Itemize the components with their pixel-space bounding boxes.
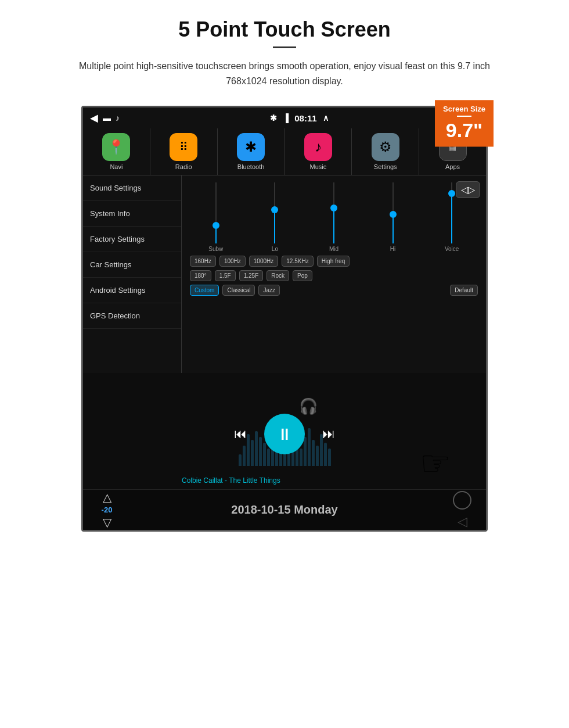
btn-pop[interactable]: Pop xyxy=(293,270,312,281)
back-arrow-icon[interactable]: ◁ xyxy=(458,514,467,529)
title-divider xyxy=(273,46,296,48)
navi-label: Navi xyxy=(110,163,123,170)
status-time: 08:11 xyxy=(294,113,316,123)
icon2: ♪ xyxy=(116,113,120,123)
nav-bluetooth[interactable]: ✱ Bluetooth xyxy=(218,128,285,175)
icon1: ▬ xyxy=(103,113,111,123)
triangle-down-icon[interactable]: ▽ xyxy=(103,515,111,529)
radio-label: Radio xyxy=(175,163,192,170)
status-bar: ◀ ▬ ♪ ✱ ▐ 08:11 ∧ xyxy=(83,107,486,128)
bluetooth-icon: ✱ xyxy=(237,133,265,161)
song-title: Colbie Caillat - The Little Things xyxy=(182,476,280,485)
eq-area: ◁▷ Subw xyxy=(182,175,486,373)
btn-high-freq[interactable]: High freq xyxy=(317,256,350,267)
circle-icon[interactable] xyxy=(453,491,471,510)
badge-size: 9.7" xyxy=(443,119,485,142)
main-area: Sound Settings System Info Factory Setti… xyxy=(83,175,486,373)
page-title: 5 Point Touch Screen xyxy=(178,17,390,42)
sidebar-item-android-settings[interactable]: Android Settings xyxy=(83,278,181,303)
prev-button[interactable]: ⏮ xyxy=(234,426,247,442)
status-left: ◀ ▬ ♪ xyxy=(90,112,120,124)
temperature-label: -20 xyxy=(102,505,113,514)
hand-icon: ☞ xyxy=(420,443,451,483)
page-description: Multiple point high-sensitive touchscree… xyxy=(75,59,494,88)
eq-slider-hi[interactable]: Hi xyxy=(367,182,419,252)
btn-classical[interactable]: Classical xyxy=(222,285,255,296)
apps-label: Apps xyxy=(445,163,460,170)
status-center: ✱ ▐ 08:11 ∧ xyxy=(120,113,479,123)
btn-custom[interactable]: Custom xyxy=(190,285,219,296)
eq-label-hi: Hi xyxy=(390,246,395,252)
btn-1000hz[interactable]: 1000Hz xyxy=(249,256,278,267)
btn-jazz[interactable]: Jazz xyxy=(258,285,280,296)
sidebar: Sound Settings System Info Factory Setti… xyxy=(83,175,182,373)
eq-label-mid: Mid xyxy=(329,246,338,252)
bottom-right: ◁ xyxy=(448,491,477,529)
settings-icon: ⚙ xyxy=(372,133,399,161)
bluetooth-status-icon: ✱ xyxy=(270,113,277,123)
btn-1-25f[interactable]: 1.25F xyxy=(239,270,264,281)
sidebar-item-sound-settings[interactable]: Sound Settings xyxy=(83,175,181,201)
back-icon[interactable]: ◀ xyxy=(90,112,98,124)
btn-160hz[interactable]: 160Hz xyxy=(190,256,216,267)
sidebar-item-factory-settings[interactable]: Factory Settings xyxy=(83,227,181,252)
radio-icon: ⠿ xyxy=(170,133,197,161)
signal-icon: ▐ xyxy=(283,113,289,123)
nav-music[interactable]: ♪ Music xyxy=(284,128,352,175)
music-icon: ♪ xyxy=(304,133,332,161)
screen-size-badge: Screen Size 9.7" xyxy=(435,100,494,146)
preset-row: Custom Classical Jazz Default xyxy=(190,285,478,296)
sidebar-item-gps-detection[interactable]: GPS Detection xyxy=(83,303,181,329)
freq-row-2: 180° 1.5F 1.25F Rock Pop xyxy=(190,270,478,281)
badge-underline xyxy=(457,116,471,117)
sidebar-item-system-info[interactable]: System Info xyxy=(83,201,181,227)
bluetooth-label: Bluetooth xyxy=(237,163,264,170)
music-label: Music xyxy=(310,163,327,170)
eq-slider-mid[interactable]: Mid xyxy=(308,182,360,252)
settings-label: Settings xyxy=(374,163,397,170)
btn-1-5f[interactable]: 1.5F xyxy=(215,270,236,281)
eq-sliders: Subw Lo xyxy=(190,182,478,252)
eq-label-voice: Voice xyxy=(445,246,459,252)
nav-navi[interactable]: 📍 Navi xyxy=(83,128,150,175)
eq-label-subw: Subw xyxy=(208,246,223,252)
nav-row: 📍 Navi ⠿ Radio ✱ Bluetooth ♪ Music ⚙ Set… xyxy=(83,128,486,175)
sidebar-item-car-settings[interactable]: Car Settings xyxy=(83,252,181,278)
btn-rock[interactable]: Rock xyxy=(267,270,289,281)
expand-icon[interactable]: ∧ xyxy=(323,113,329,123)
btn-default[interactable]: Default xyxy=(450,285,478,296)
eq-label-lo: Lo xyxy=(272,246,278,252)
eq-slider-subw[interactable]: Subw xyxy=(190,182,242,252)
nav-settings[interactable]: ⚙ Settings xyxy=(352,128,419,175)
btn-100hz[interactable]: 100Hz xyxy=(219,256,246,267)
bottom-date: 2018-10-15 Monday xyxy=(121,503,448,517)
navi-icon: 📍 xyxy=(102,133,130,161)
freq-row-1: 160Hz 100Hz 1000Hz 12.5KHz High freq xyxy=(190,256,478,267)
device-screen: ◀ ▬ ♪ ✱ ▐ 08:11 ∧ 📍 Navi ⠿ Radio xyxy=(81,106,488,532)
nav-radio[interactable]: ⠿ Radio xyxy=(150,128,218,175)
btn-12-5khz[interactable]: 12.5KHz xyxy=(282,256,313,267)
play-pause-button[interactable]: ⏸ 🎧 xyxy=(264,414,305,454)
player-area: ⏮ ⏸ 🎧 ⏭ Colbie Caillat - The Little Thin… xyxy=(83,373,486,489)
eq-slider-voice[interactable]: Voice xyxy=(426,182,478,252)
screen-wrapper: Screen Size 9.7" ◀ ▬ ♪ ✱ ▐ 08:11 ∧ 📍 Nav… xyxy=(81,106,488,532)
triangle-up-icon[interactable]: △ xyxy=(103,490,111,504)
btn-180[interactable]: 180° xyxy=(190,270,211,281)
bottom-bar: △ -20 ▽ 2018-10-15 Monday ◁ xyxy=(83,489,486,530)
badge-title: Screen Size xyxy=(443,105,485,114)
eq-slider-lo[interactable]: Lo xyxy=(249,182,301,252)
next-button[interactable]: ⏭ xyxy=(322,426,335,442)
bottom-left: △ -20 ▽ xyxy=(92,490,121,529)
player-controls: ⏮ ⏸ 🎧 ⏭ xyxy=(234,414,335,454)
